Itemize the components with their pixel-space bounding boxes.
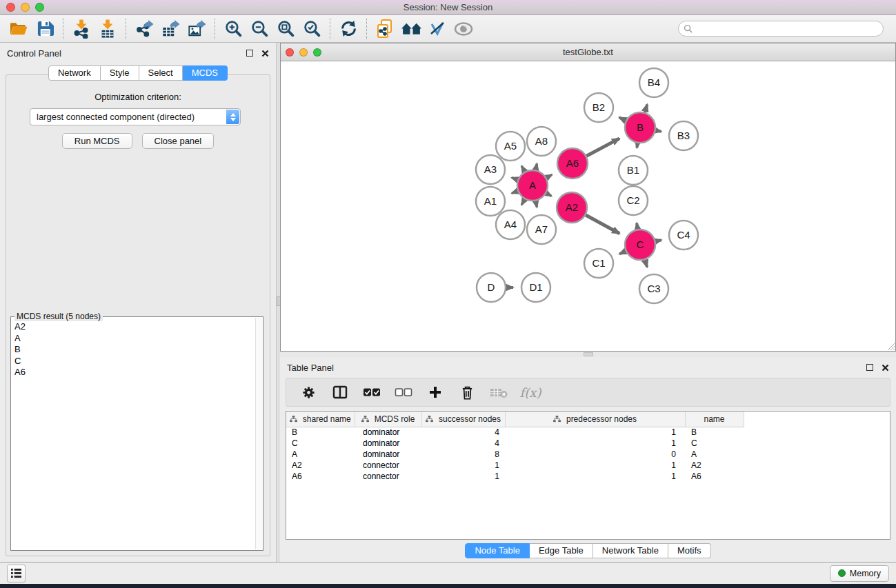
table-cell[interactable]: B	[685, 427, 744, 438]
table-row[interactable]: Bdominator41B	[286, 427, 744, 438]
tab-motifs[interactable]: Motifs	[668, 543, 711, 558]
search-field[interactable]	[678, 21, 884, 37]
table-cell[interactable]: connector	[355, 460, 421, 471]
float-panel-icon[interactable]	[866, 364, 873, 371]
select-all-columns-icon[interactable]	[359, 381, 384, 403]
table-cell[interactable]: C	[685, 438, 744, 449]
graph-edge[interactable]	[586, 139, 619, 156]
column-header-predecessor-nodes[interactable]: predecessor nodes	[505, 412, 685, 427]
graph-edge[interactable]	[655, 130, 661, 132]
zoom-selected-icon[interactable]	[299, 17, 325, 41]
table-cell[interactable]: A2	[286, 460, 355, 471]
horizontal-split-divider[interactable]	[280, 352, 896, 357]
graph-edge[interactable]	[512, 178, 519, 181]
table-cell[interactable]: A	[685, 449, 744, 460]
graph-edge[interactable]	[546, 174, 552, 178]
graph-edge[interactable]	[645, 105, 648, 114]
export-image-icon[interactable]	[183, 17, 210, 41]
graph-edge[interactable]	[619, 117, 627, 121]
graph-edge[interactable]	[521, 166, 525, 172]
table-settings-icon[interactable]	[296, 381, 321, 403]
close-panel-button[interactable]: Close panel	[142, 133, 215, 149]
save-session-icon[interactable]	[32, 17, 58, 41]
table-cell[interactable]: 1	[505, 460, 685, 471]
clone-network-icon[interactable]	[372, 17, 398, 41]
export-network-icon[interactable]	[131, 17, 157, 41]
graph-edge[interactable]	[535, 201, 537, 207]
zoom-fit-icon[interactable]	[272, 17, 299, 41]
table-cell[interactable]: dominator	[355, 449, 421, 460]
graph-edge[interactable]	[546, 193, 551, 196]
add-column-icon[interactable]	[423, 381, 448, 403]
task-history-button[interactable]	[7, 565, 26, 582]
mcds-result-item[interactable]: B	[14, 344, 252, 356]
criterion-select[interactable]: largest connected component (directed)	[30, 108, 241, 125]
show-hide-icon[interactable]	[450, 17, 477, 41]
tab-style[interactable]: Style	[101, 65, 139, 81]
tab-edge-table[interactable]: Edge Table	[530, 543, 593, 558]
delete-columns-icon[interactable]	[455, 381, 479, 403]
open-session-icon[interactable]	[6, 17, 32, 41]
mcds-result-item[interactable]: A2	[14, 321, 252, 333]
graph-edge[interactable]	[521, 199, 525, 205]
divider-grip[interactable]	[584, 352, 593, 356]
column-header-shared-name[interactable]: shared name	[286, 412, 355, 427]
mcds-list-scrollbar[interactable]	[255, 318, 262, 549]
table-cell[interactable]: 1	[505, 438, 685, 449]
zoom-out-icon[interactable]	[246, 17, 272, 41]
refresh-view-icon[interactable]	[335, 17, 361, 41]
graph-edge[interactable]	[637, 223, 638, 230]
tab-network-table[interactable]: Network Table	[593, 543, 668, 558]
close-panel-icon[interactable]	[261, 50, 269, 57]
graph-edge[interactable]	[512, 191, 519, 194]
table-row[interactable]: A6connector11A6	[286, 471, 744, 482]
table-cell[interactable]: 1	[505, 427, 685, 438]
zoom-in-icon[interactable]	[220, 17, 246, 41]
first-neighbors-icon[interactable]	[398, 17, 424, 41]
table-cell[interactable]: 1	[505, 471, 685, 482]
graph-edge[interactable]	[535, 163, 537, 170]
split-panel-icon[interactable]	[328, 381, 352, 403]
table-row[interactable]: Cdominator41C	[286, 438, 744, 449]
graph-edge[interactable]	[619, 251, 626, 254]
float-panel-icon[interactable]	[246, 50, 253, 57]
export-table-icon[interactable]	[157, 17, 183, 41]
search-input[interactable]	[693, 23, 883, 35]
mcds-result-item[interactable]: C	[14, 356, 252, 367]
table-cell[interactable]: dominator	[355, 438, 421, 449]
vizmapper-icon[interactable]	[424, 17, 450, 41]
mcds-result-item[interactable]: A	[14, 333, 252, 345]
function-builder-icon[interactable]: f(x)	[518, 381, 543, 403]
graph-edge[interactable]	[655, 240, 661, 241]
tab-select[interactable]: Select	[139, 65, 183, 81]
window-resize-grip[interactable]	[886, 341, 895, 350]
table-cell[interactable]: dominator	[355, 427, 421, 438]
tab-network[interactable]: Network	[48, 65, 101, 81]
table-cell[interactable]: connector	[355, 471, 421, 482]
table-cell[interactable]: A2	[685, 460, 744, 471]
delete-table-icon[interactable]	[486, 381, 511, 403]
import-table-icon[interactable]	[94, 17, 121, 41]
memory-button[interactable]: Memory	[830, 565, 889, 582]
tab-node-table[interactable]: Node Table	[465, 543, 530, 558]
table-cell[interactable]: B	[286, 427, 355, 438]
column-header-mcds-role[interactable]: MCDS role	[355, 412, 421, 427]
table-cell[interactable]: 4	[421, 427, 505, 438]
table-cell[interactable]: 1	[421, 471, 505, 482]
table-cell[interactable]: 8	[421, 449, 505, 460]
table-row[interactable]: Adominator80A	[286, 449, 744, 460]
column-header-name[interactable]: name	[685, 412, 744, 427]
table-cell[interactable]: 4	[421, 438, 505, 449]
table-cell[interactable]: A6	[685, 471, 744, 482]
table-cell[interactable]: A6	[286, 471, 355, 482]
import-network-icon[interactable]	[68, 17, 94, 41]
run-mcds-button[interactable]: Run MCDS	[62, 133, 132, 149]
close-panel-icon[interactable]	[882, 364, 889, 372]
mcds-result-item[interactable]: A6	[14, 367, 252, 378]
column-header-successor-nodes[interactable]: successor nodes	[421, 412, 505, 427]
table-cell[interactable]: C	[286, 438, 355, 449]
graph-edge[interactable]	[585, 215, 619, 234]
graph-edge[interactable]	[645, 259, 648, 267]
unselect-all-columns-icon[interactable]	[391, 381, 416, 403]
table-row[interactable]: A2connector11A2	[286, 460, 744, 471]
